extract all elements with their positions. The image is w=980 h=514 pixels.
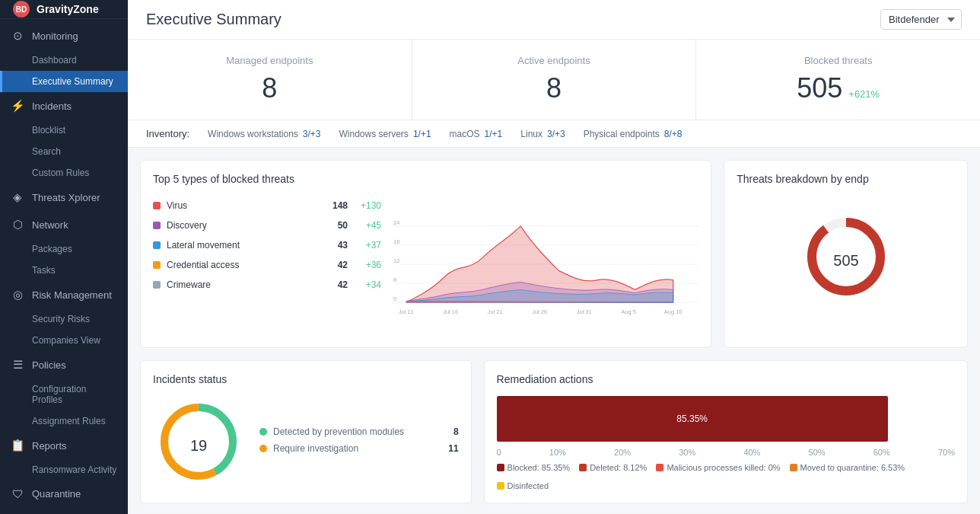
stat-blocked-change: +621% xyxy=(848,88,880,100)
incidents-card: Incidents status 19 xyxy=(140,360,472,503)
sidebar-item-reports[interactable]: 📋 Reports xyxy=(0,432,128,459)
sidebar-item-security-risks[interactable]: Security Risks xyxy=(0,308,128,330)
remediation-bar-fill: 85.35% xyxy=(497,396,888,442)
svg-text:BD: BD xyxy=(16,5,27,14)
svg-text:Jul 31: Jul 31 xyxy=(577,308,592,315)
sidebar-item-dashboard[interactable]: Dashboard xyxy=(0,49,128,71)
virus-change: +130 xyxy=(354,200,381,211)
risk-icon: ◎ xyxy=(11,288,24,302)
security-risks-label: Security Risks xyxy=(32,314,90,324)
quarantine-icon: 🛡 xyxy=(11,487,24,500)
disinfected-dot xyxy=(497,482,504,490)
credential-count: 42 xyxy=(325,260,348,270)
sidebar-item-policies[interactable]: ☰ Policies xyxy=(0,351,128,378)
svg-text:24: 24 xyxy=(393,219,399,226)
lateral-name: Lateral movement xyxy=(167,240,319,251)
blocked-label: Blocked: 85.35% xyxy=(508,463,571,472)
quarantine-label: Moved to quarantine: 6.53% xyxy=(800,463,905,472)
sidebar-monitoring-label: Monitoring xyxy=(32,30,78,42)
svg-text:Aug 5: Aug 5 xyxy=(621,308,636,315)
quarantine-dot xyxy=(790,464,797,471)
sidebar-item-packages[interactable]: Packages xyxy=(0,238,128,260)
tasks-label: Tasks xyxy=(32,265,56,276)
executive-summary-label: Executive Summary xyxy=(32,76,113,87)
lateral-count: 43 xyxy=(325,240,348,251)
sidebar-item-monitoring[interactable]: ⊙ Monitoring xyxy=(0,22,128,49)
sidebar-item-network[interactable]: ⬡ Network xyxy=(0,211,128,238)
sidebar-risk-label: Risk Management xyxy=(32,289,112,301)
threats-chart: 24 18 12 6 0 Jul 11 xyxy=(393,196,698,335)
stat-managed-endpoints: Managed endpoints 8 xyxy=(128,40,412,120)
inventory-macos: macOS 1/+1 xyxy=(450,129,503,139)
sidebar-item-custom-rules[interactable]: Custom Rules xyxy=(0,162,128,184)
discovery-change: +45 xyxy=(354,220,381,231)
svg-text:Jul 26: Jul 26 xyxy=(532,308,547,315)
incidents-donut-container: 19 xyxy=(153,396,244,490)
sidebar-item-companies-view[interactable]: Companies View xyxy=(0,330,128,351)
incidents-donut-svg: 19 xyxy=(153,396,244,487)
ransomware-label: Ransomware Activity xyxy=(32,465,116,475)
prevention-count: 8 xyxy=(453,426,459,437)
company-dropdown[interactable]: Bitdefender xyxy=(880,9,962,30)
threats-breakdown-card: Threats breakdown by endp 505 xyxy=(724,160,968,348)
lateral-dot xyxy=(153,241,161,249)
stat-managed-label: Managed endpoints xyxy=(151,55,389,66)
threats-breakdown-donut: 505 xyxy=(737,196,955,318)
sidebar-item-executive-summary[interactable]: Executive Summary xyxy=(0,71,128,92)
sidebar-item-incidents[interactable]: ⚡ Incidents xyxy=(0,92,128,120)
svg-text:6: 6 xyxy=(393,276,396,283)
svg-text:Jul 21: Jul 21 xyxy=(488,308,503,315)
sidebar-item-tasks[interactable]: Tasks xyxy=(0,260,128,281)
prevention-dot xyxy=(259,428,267,436)
discovery-dot xyxy=(153,222,161,229)
sidebar-nav: ⊙ Monitoring Dashboard Executive Summary… xyxy=(0,19,128,514)
malicious-label: Malicious processes killed: 0% xyxy=(667,463,780,472)
threat-row-discovery: Discovery 50 +45 xyxy=(153,215,381,235)
disinfected-label: Disinfected xyxy=(508,481,549,490)
companies-view-label: Companies View xyxy=(32,335,100,346)
incidents-legend: Detected by prevention modules 8 Require… xyxy=(259,426,459,460)
sidebar-item-ransomware[interactable]: Ransomware Activity xyxy=(0,459,128,480)
sidebar-item-companies[interactable]: 🏢 Companies xyxy=(0,507,128,514)
policies-icon: ☰ xyxy=(11,358,24,372)
incidents-content: 19 Detected by prevention modules 8 Requ… xyxy=(153,396,459,490)
threats-breakdown-title: Threats breakdown by endp xyxy=(737,173,955,185)
search-label: Search xyxy=(32,146,61,157)
sidebar-logo: BD GravityZone xyxy=(0,0,128,19)
rem-legend-deleted: Deleted: 8.12% xyxy=(579,463,647,472)
sidebar-item-blocklist[interactable]: Blocklist xyxy=(0,120,128,141)
threat-row-virus: Virus 148 +130 xyxy=(153,196,381,215)
sidebar-item-threats-xplorer[interactable]: ◈ Threats Xplorer xyxy=(0,184,128,211)
blocked-dot xyxy=(497,464,504,471)
threats-chart-svg: 24 18 12 6 0 Jul 11 xyxy=(393,196,698,333)
threats-donut-svg: 505 xyxy=(800,211,892,302)
sidebar-item-config-profiles[interactable]: Configuration Profiles xyxy=(0,378,128,410)
top-threats-card: Top 5 types of blocked threats Virus 148… xyxy=(140,160,711,348)
config-profiles-label: Configuration Profiles xyxy=(32,384,117,405)
svg-text:0: 0 xyxy=(393,295,396,302)
stats-row: Managed endpoints 8 Active endpoints 8 B… xyxy=(128,40,980,120)
sidebar-network-label: Network xyxy=(32,219,68,231)
rem-legend-disinfected: Disinfected xyxy=(497,481,549,490)
sidebar-item-quarantine[interactable]: 🛡 Quarantine xyxy=(0,480,128,507)
rem-legend-quarantine: Moved to quarantine: 6.53% xyxy=(790,463,905,472)
sidebar-policies-label: Policies xyxy=(32,359,66,371)
sidebar-reports-label: Reports xyxy=(32,440,67,452)
svg-text:12: 12 xyxy=(393,257,399,264)
blocklist-label: Blocklist xyxy=(32,125,65,136)
prevention-label: Detected by prevention modules xyxy=(273,426,404,437)
svg-text:505: 505 xyxy=(833,252,858,269)
svg-text:Jul 16: Jul 16 xyxy=(443,308,458,315)
legend-prevention: Detected by prevention modules 8 xyxy=(259,426,459,437)
stat-blocked-threats: Blocked threats 505 +621% xyxy=(696,40,980,120)
sidebar-item-risk-management[interactable]: ◎ Risk Management xyxy=(0,281,128,308)
bottom-row: Incidents status 19 xyxy=(140,360,968,503)
threat-list: Virus 148 +130 Discovery 50 +45 La xyxy=(153,196,698,335)
svg-text:19: 19 xyxy=(190,437,207,454)
reports-icon: 📋 xyxy=(11,439,24,452)
sidebar-item-search[interactable]: Search xyxy=(0,141,128,162)
malicious-dot xyxy=(656,464,663,471)
crimeware-dot xyxy=(153,281,161,289)
inventory-label: Inventory: xyxy=(146,128,189,139)
sidebar-item-assignment-rules[interactable]: Assignment Rules xyxy=(0,410,128,432)
